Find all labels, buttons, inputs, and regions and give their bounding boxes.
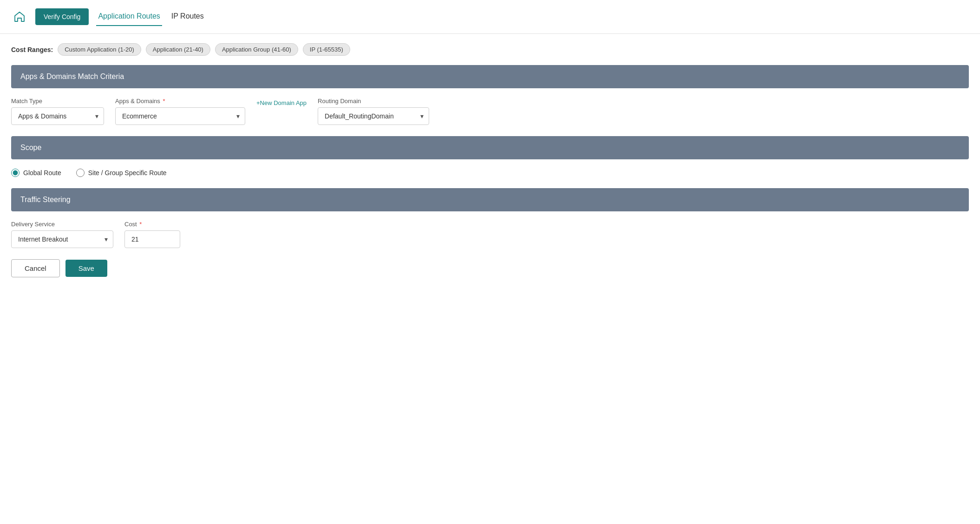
apps-domains-required: *	[161, 98, 165, 105]
apps-domains-select[interactable]: Ecommerce	[115, 107, 245, 125]
cost-required: *	[138, 221, 142, 228]
cost-ranges-row: Cost Ranges: Custom Application (1-20) A…	[11, 43, 969, 56]
cost-range-badge-1: Application (21-40)	[146, 43, 210, 56]
routing-domain-select-wrapper: Default_RoutingDomain	[318, 107, 429, 125]
match-type-select-wrapper: Apps & Domains	[11, 107, 104, 125]
apps-domains-group: Apps & Domains * Ecommerce	[115, 98, 245, 125]
main-content: Cost Ranges: Custom Application (1-20) A…	[0, 34, 980, 287]
cost-range-badge-0: Custom Application (1-20)	[58, 43, 141, 56]
cost-ranges-label: Cost Ranges:	[11, 46, 53, 53]
traffic-steering-section-header: Traffic Steering	[11, 188, 969, 211]
global-route-label: Global Route	[23, 169, 61, 177]
verify-config-button[interactable]: Verify Config	[35, 8, 89, 25]
traffic-steering-form-row: Delivery Service Internet Breakout Cost …	[11, 221, 969, 248]
routing-domain-select[interactable]: Default_RoutingDomain	[318, 107, 429, 125]
cost-label: Cost *	[124, 221, 180, 228]
routing-domain-label: Routing Domain	[318, 98, 429, 105]
save-button[interactable]: Save	[65, 260, 107, 277]
global-route-option[interactable]: Global Route	[11, 169, 61, 177]
cost-input[interactable]	[124, 230, 180, 248]
new-domain-link-wrapper: +New Domain App	[256, 98, 307, 110]
match-type-label: Match Type	[11, 98, 104, 105]
cancel-button[interactable]: Cancel	[11, 259, 60, 277]
top-nav: Verify Config Application Routes IP Rout…	[0, 0, 980, 34]
cost-range-badge-2: Application Group (41-60)	[215, 43, 298, 56]
site-group-option[interactable]: Site / Group Specific Route	[76, 169, 167, 177]
delivery-service-select[interactable]: Internet Breakout	[11, 230, 113, 248]
apps-domains-select-wrapper: Ecommerce	[115, 107, 245, 125]
apps-domains-form-row: Match Type Apps & Domains Apps & Domains…	[11, 98, 969, 125]
new-domain-app-link[interactable]: +New Domain App	[256, 98, 307, 106]
delivery-service-label: Delivery Service	[11, 221, 113, 228]
cost-range-badge-3: IP (1-65535)	[303, 43, 350, 56]
tab-ip-routes[interactable]: IP Routes	[170, 7, 206, 26]
delivery-service-group: Delivery Service Internet Breakout	[11, 221, 113, 248]
scope-section-header: Scope	[11, 136, 969, 159]
match-type-select[interactable]: Apps & Domains	[11, 107, 104, 125]
match-type-group: Match Type Apps & Domains	[11, 98, 104, 125]
apps-domains-section-header: Apps & Domains Match Criteria	[11, 65, 969, 88]
button-row: Cancel Save	[11, 259, 969, 277]
home-icon[interactable]	[11, 8, 28, 25]
site-group-radio[interactable]	[76, 169, 85, 177]
site-group-label: Site / Group Specific Route	[88, 169, 167, 177]
tab-application-routes[interactable]: Application Routes	[96, 7, 162, 26]
global-route-radio[interactable]	[11, 169, 20, 177]
routing-domain-group: Routing Domain Default_RoutingDomain	[318, 98, 429, 125]
scope-options: Global Route Site / Group Specific Route	[11, 169, 969, 177]
cost-group: Cost *	[124, 221, 180, 248]
delivery-service-select-wrapper: Internet Breakout	[11, 230, 113, 248]
apps-domains-label: Apps & Domains *	[115, 98, 245, 105]
